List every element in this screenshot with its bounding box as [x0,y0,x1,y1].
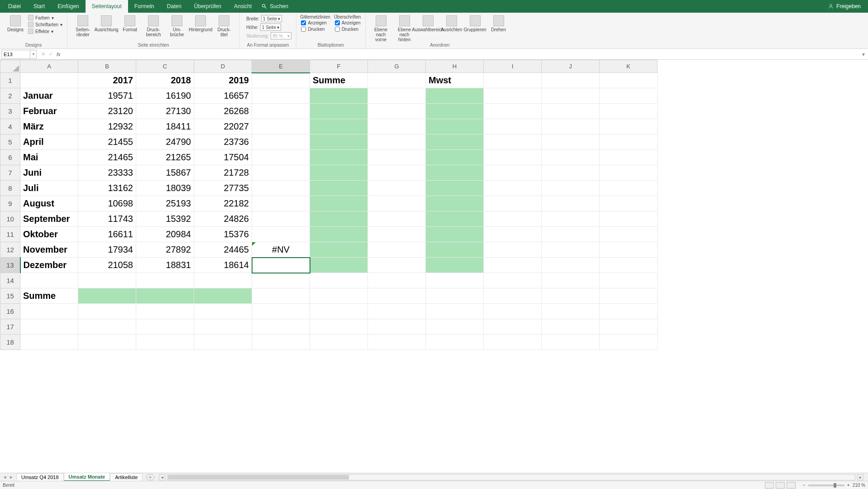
row-header-3[interactable]: 3 [0,104,20,119]
cell-H4[interactable] [426,119,484,134]
cell-E8[interactable] [252,181,310,196]
cell-K16[interactable] [600,304,658,319]
cell-E5[interactable] [252,134,310,150]
view-normal-button[interactable] [765,482,774,489]
cell-E6[interactable] [252,150,310,165]
hscroll-right-icon[interactable]: ▸ [857,474,863,480]
cell-C6[interactable]: 21265 [136,150,194,165]
cell-J17[interactable] [542,319,600,335]
cell-G4[interactable] [368,119,426,134]
cell-C2[interactable]: 16190 [136,88,194,104]
hscroll-thumb[interactable] [168,475,349,479]
tell-me-search[interactable]: Suchen [262,0,288,13]
cell-A16[interactable] [20,304,78,319]
cell-H18[interactable] [426,335,484,350]
cell-B13[interactable]: 21058 [78,258,136,273]
cell-B4[interactable]: 12932 [78,119,136,134]
cell-C7[interactable]: 15867 [136,165,194,181]
cell-G12[interactable] [368,242,426,258]
cell-C5[interactable]: 24790 [136,134,194,150]
cell-J9[interactable] [542,196,600,211]
cell-C3[interactable]: 27130 [136,104,194,119]
sheet-nav[interactable]: ◂▸ [0,474,16,480]
cell-G3[interactable] [368,104,426,119]
cell-I17[interactable] [484,319,542,335]
cell-D5[interactable]: 23736 [194,134,252,150]
hintergrund-button[interactable]: Hintergrund [189,14,212,32]
cell-B16[interactable] [78,304,136,319]
col-header-A[interactable]: A [20,60,78,73]
cell-J15[interactable] [542,288,600,304]
cell-E17[interactable] [252,319,310,335]
row-header-9[interactable]: 9 [0,196,20,211]
cell-I3[interactable] [484,104,542,119]
cell-D10[interactable]: 24826 [194,211,252,227]
cell-J16[interactable] [542,304,600,319]
cell-E1[interactable] [252,73,310,88]
cell-K4[interactable] [600,119,658,134]
cell-I1[interactable] [484,73,542,88]
cell-A11[interactable]: Oktober [20,227,78,242]
cell-B14[interactable] [78,273,136,288]
sheet-tab-2[interactable]: Artikelliste [110,473,143,481]
cell-D12[interactable]: 24465 [194,242,252,258]
cell-I12[interactable] [484,242,542,258]
hoehe-select[interactable]: Höhe:1 Seite▾ [243,23,292,31]
cell-H6[interactable] [426,150,484,165]
cell-G16[interactable] [368,304,426,319]
cell-K5[interactable] [600,134,658,150]
sheet-nav-prev-icon[interactable]: ◂ [4,474,6,480]
row-header-14[interactable]: 14 [0,273,20,288]
cell-C10[interactable]: 15392 [136,211,194,227]
cell-E2[interactable] [252,88,310,104]
cell-E7[interactable] [252,165,310,181]
cell-D4[interactable]: 22027 [194,119,252,134]
ueber-anzeigen-checkbox[interactable]: Anzeigen [334,20,362,26]
cell-G18[interactable] [368,335,426,350]
cell-A15[interactable]: Summe [20,288,78,304]
col-header-G[interactable]: G [368,60,426,73]
cell-K13[interactable] [600,258,658,273]
row-header-18[interactable]: 18 [0,335,20,350]
cell-G5[interactable] [368,134,426,150]
cell-E10[interactable] [252,211,310,227]
ausrichten-button[interactable]: Ausrichten [440,14,463,32]
cell-J12[interactable] [542,242,600,258]
cell-G9[interactable] [368,196,426,211]
fx-icon[interactable]: fx [57,52,61,57]
cell-I5[interactable] [484,134,542,150]
cell-H1[interactable]: Mwst [426,73,484,88]
cell-A7[interactable]: Juni [20,165,78,181]
cell-B7[interactable]: 23333 [78,165,136,181]
cell-B1[interactable]: 2017 [78,73,136,88]
cell-A9[interactable]: August [20,196,78,211]
cell-J3[interactable] [542,104,600,119]
cell-G8[interactable] [368,181,426,196]
ueber-drucken-checkbox[interactable]: Drucken [334,26,362,32]
cell-A6[interactable]: Mai [20,150,78,165]
name-box-dropdown[interactable]: ▾ [30,50,36,58]
cell-D13[interactable]: 18614 [194,258,252,273]
gitter-anzeigen-checkbox[interactable]: Anzeigen [300,20,330,26]
cell-F10[interactable] [310,211,368,227]
row-header-16[interactable]: 16 [0,304,20,319]
tab-start[interactable]: Start [27,0,51,13]
cell-I10[interactable] [484,211,542,227]
cell-H17[interactable] [426,319,484,335]
cell-D14[interactable] [194,273,252,288]
cell-D1[interactable]: 2019 [194,73,252,88]
cell-H14[interactable] [426,273,484,288]
cell-C14[interactable] [136,273,194,288]
cell-F11[interactable] [310,227,368,242]
col-header-F[interactable]: F [310,60,368,73]
cell-E16[interactable] [252,304,310,319]
cell-F12[interactable] [310,242,368,258]
cell-D16[interactable] [194,304,252,319]
view-page-layout-button[interactable] [776,482,785,489]
cell-D8[interactable]: 27735 [194,181,252,196]
cell-F7[interactable] [310,165,368,181]
cell-K17[interactable] [600,319,658,335]
cell-E15[interactable] [252,288,310,304]
cell-D15[interactable] [194,288,252,304]
cell-F16[interactable] [310,304,368,319]
